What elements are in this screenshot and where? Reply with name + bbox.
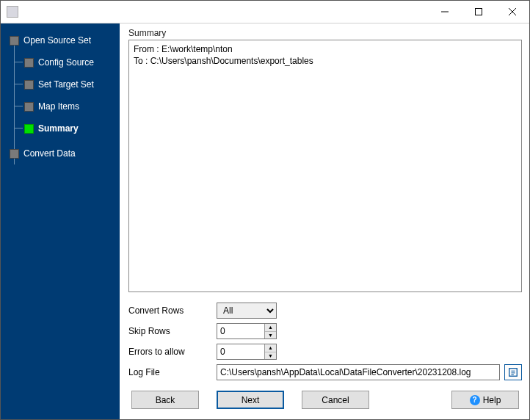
skip-rows-label: Skip Rows xyxy=(128,326,217,336)
log-file-input[interactable] xyxy=(217,364,500,380)
step-label: Set Target Set xyxy=(38,79,94,90)
step-icon xyxy=(24,124,34,134)
next-button[interactable]: Next xyxy=(217,391,284,409)
errors-allow-input[interactable] xyxy=(217,344,264,359)
step-label: Map Items xyxy=(38,101,79,112)
app-icon xyxy=(7,6,18,18)
cancel-button[interactable]: Cancel xyxy=(302,391,369,409)
log-file-browse-button[interactable] xyxy=(504,364,522,380)
titlebar xyxy=(1,1,529,23)
step-label: Open Source Set xyxy=(23,35,91,46)
wizard-step-map-items[interactable]: Map Items xyxy=(4,95,117,117)
skip-rows-up[interactable]: ▲ xyxy=(265,324,276,332)
step-icon xyxy=(24,102,34,112)
content-pane: Summary From : E:\work\temp\nton To : C:… xyxy=(123,23,529,419)
step-label: Config Source xyxy=(38,57,94,68)
help-button[interactable]: ? Help xyxy=(451,391,519,409)
skip-rows-spinner[interactable]: ▲ ▼ xyxy=(217,323,277,339)
app-window: Open Source Set Config Source Set Target… xyxy=(0,0,530,420)
maximize-button[interactable] xyxy=(462,1,495,23)
help-icon: ? xyxy=(470,395,480,405)
step-icon xyxy=(10,36,19,46)
log-file-label: Log File xyxy=(128,367,217,377)
step-icon xyxy=(24,58,34,68)
back-button[interactable]: Back xyxy=(131,391,199,409)
errors-allow-spinner[interactable]: ▲ ▼ xyxy=(217,344,277,360)
step-icon xyxy=(10,149,19,159)
summary-to-line: To : C:\Users\pansh\Documents\export_tab… xyxy=(134,55,517,67)
summary-heading: Summary xyxy=(128,28,522,38)
options-panel: Convert Rows All Skip Rows ▲ ▼ xyxy=(128,303,522,385)
wizard-button-bar: Back Next Cancel ? Help xyxy=(128,385,522,412)
skip-rows-input[interactable] xyxy=(217,324,264,338)
summary-from-line: From : E:\work\temp\nton xyxy=(134,43,517,55)
errors-allow-down[interactable]: ▼ xyxy=(265,352,276,360)
convert-rows-select[interactable]: All xyxy=(217,303,277,319)
wizard-step-config-source[interactable]: Config Source xyxy=(4,51,117,73)
minimize-button[interactable] xyxy=(428,1,462,23)
wizard-step-convert-data[interactable]: Convert Data xyxy=(4,142,117,164)
errors-allow-up[interactable]: ▲ xyxy=(265,344,276,352)
wizard-step-summary[interactable]: Summary xyxy=(4,117,117,140)
convert-rows-label: Convert Rows xyxy=(128,305,217,316)
svg-rect-1 xyxy=(476,9,482,15)
errors-allow-label: Errors to allow xyxy=(128,347,217,357)
close-button[interactable] xyxy=(495,1,529,23)
wizard-step-open-source-set[interactable]: Open Source Set xyxy=(4,29,117,51)
browse-icon xyxy=(508,367,518,377)
window-controls xyxy=(428,1,529,23)
skip-rows-down[interactable]: ▼ xyxy=(265,332,276,339)
wizard-step-set-target-set[interactable]: Set Target Set xyxy=(4,73,117,95)
summary-textarea[interactable]: From : E:\work\temp\nton To : C:\Users\p… xyxy=(128,40,522,292)
step-icon xyxy=(24,80,34,90)
step-label: Convert Data xyxy=(23,148,76,159)
step-label: Summary xyxy=(38,123,79,134)
wizard-sidebar: Open Source Set Config Source Set Target… xyxy=(1,23,120,419)
